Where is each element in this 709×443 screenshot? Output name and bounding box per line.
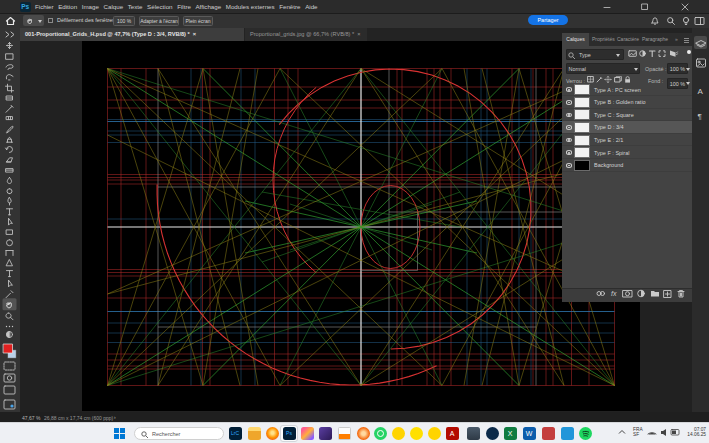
svg-text:fx: fx <box>611 290 617 297</box>
svg-text:A: A <box>698 87 704 96</box>
svg-text:¶: ¶ <box>698 112 702 121</box>
